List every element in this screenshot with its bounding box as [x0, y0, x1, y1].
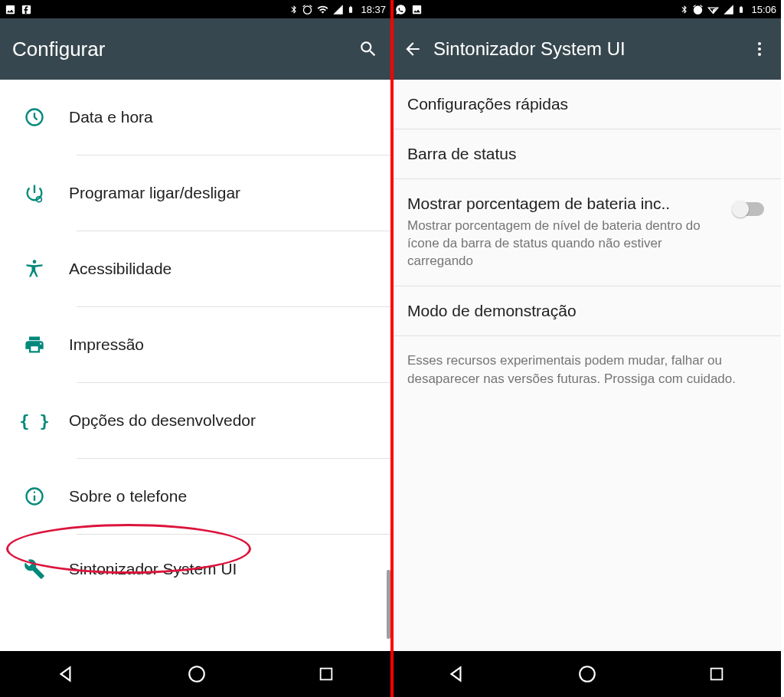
- setting-item-date-time[interactable]: Data e hora: [0, 80, 390, 155]
- svg-point-9: [758, 42, 761, 45]
- nav-recent-button[interactable]: [318, 666, 335, 682]
- app-bar: Configurar: [0, 18, 390, 80]
- bluetooth-icon: [289, 4, 299, 15]
- setting-label: Acessibilidade: [69, 260, 378, 278]
- setting-label: Impressão: [69, 335, 378, 354]
- setting-label: Opções do desenvolvedor: [69, 411, 378, 430]
- circle-home-icon: [187, 664, 207, 684]
- separator-divider: [390, 0, 394, 697]
- setting-label: Sobre o telefone: [69, 487, 378, 506]
- wrench-icon: [24, 558, 45, 580]
- status-time: 18:37: [361, 4, 386, 15]
- row-title: Mostrar porcentagem de bateria inc..: [407, 195, 726, 213]
- tuner-item-status-bar[interactable]: Barra de status: [390, 129, 781, 179]
- alarm-icon: [692, 4, 704, 15]
- footer-warning: Esses recursos experimentais podem mudar…: [390, 336, 781, 404]
- row-title: Barra de status: [407, 145, 764, 163]
- status-bar: 18:37: [0, 0, 390, 18]
- app-bar: Sintonizador System UI: [390, 18, 781, 80]
- screenshot-right: 15:06 Sintonizador System UI Configuraçõ…: [390, 0, 781, 697]
- signal-icon: [332, 4, 344, 15]
- wifi-icon: [707, 4, 720, 15]
- tuner-list[interactable]: Configurações rápidas Barra de status Mo…: [390, 80, 781, 651]
- battery-percentage-switch[interactable]: [733, 202, 764, 216]
- status-bar: 15:06: [390, 0, 781, 18]
- svg-point-10: [758, 47, 761, 51]
- page-title: Configurar: [12, 38, 348, 61]
- setting-item-schedule-power[interactable]: Programar ligar/desligar: [0, 155, 390, 231]
- search-icon: [358, 39, 378, 59]
- nav-home-button[interactable]: [187, 664, 207, 684]
- row-title: Configurações rápidas: [407, 95, 764, 113]
- arrow-back-icon: [403, 39, 423, 59]
- nav-back-button[interactable]: [56, 664, 76, 684]
- nav-recent-button[interactable]: [708, 666, 725, 682]
- image-icon: [411, 4, 423, 15]
- nav-back-button[interactable]: [446, 664, 466, 684]
- signal-icon: [723, 4, 734, 15]
- setting-label: Sintonizador System UI: [69, 560, 378, 578]
- tuner-item-quick-settings[interactable]: Configurações rápidas: [390, 80, 781, 129]
- back-button[interactable]: [403, 39, 433, 59]
- setting-label: Data e hora: [69, 108, 378, 126]
- triangle-back-icon: [446, 664, 466, 684]
- triangle-back-icon: [56, 664, 76, 684]
- settings-list[interactable]: Data e hora Programar ligar/desligar Ace…: [0, 80, 390, 651]
- status-time: 15:06: [751, 4, 776, 15]
- printer-icon: [24, 334, 45, 355]
- svg-rect-8: [321, 669, 332, 680]
- code-braces-icon: { }: [19, 411, 50, 430]
- setting-label: Programar ligar/desligar: [69, 184, 378, 202]
- tuner-item-battery-percentage[interactable]: Mostrar porcentagem de bateria inc.. Mos…: [390, 179, 781, 286]
- square-recent-icon: [318, 666, 335, 682]
- screenshot-left: 18:37 Configurar Data e hora Programar l…: [0, 0, 390, 697]
- setting-item-system-ui-tuner[interactable]: Sintonizador System UI: [0, 535, 390, 604]
- square-recent-icon: [708, 666, 725, 682]
- svg-point-12: [580, 666, 595, 682]
- power-schedule-icon: [24, 182, 45, 204]
- row-title: Modo de demonstração: [407, 302, 764, 320]
- alarm-icon: [302, 4, 313, 15]
- navigation-bar: [390, 651, 781, 697]
- svg-point-6: [34, 492, 35, 493]
- page-title: Sintonizador System UI: [433, 38, 738, 60]
- navigation-bar: [0, 651, 390, 697]
- info-icon: [24, 486, 45, 507]
- svg-rect-13: [711, 669, 723, 680]
- tuner-item-demo-mode[interactable]: Modo de demonstração: [390, 286, 781, 336]
- battery-icon: [347, 4, 354, 15]
- setting-item-printing[interactable]: Impressão: [0, 307, 390, 382]
- svg-point-7: [189, 666, 204, 682]
- setting-item-accessibility[interactable]: Acessibilidade: [0, 231, 390, 306]
- clock-icon: [24, 106, 45, 128]
- circle-home-icon: [577, 664, 597, 684]
- svg-point-3: [33, 260, 37, 263]
- overflow-menu-button[interactable]: [738, 40, 769, 58]
- whatsapp-icon: [395, 4, 407, 15]
- wifi-icon: [316, 4, 329, 15]
- more-vert-icon: [750, 40, 769, 58]
- battery-icon: [737, 4, 745, 15]
- image-icon: [5, 4, 16, 15]
- setting-item-developer-options[interactable]: { } Opções do desenvolvedor: [0, 383, 390, 458]
- row-description: Mostrar porcentagem de nível de bateria …: [407, 218, 726, 270]
- svg-point-11: [758, 53, 761, 56]
- accessibility-icon: [24, 258, 45, 280]
- bluetooth-icon: [680, 4, 689, 15]
- search-button[interactable]: [348, 39, 378, 59]
- setting-item-about-phone[interactable]: Sobre o telefone: [0, 459, 390, 534]
- facebook-icon: [21, 4, 32, 15]
- nav-home-button[interactable]: [577, 664, 597, 684]
